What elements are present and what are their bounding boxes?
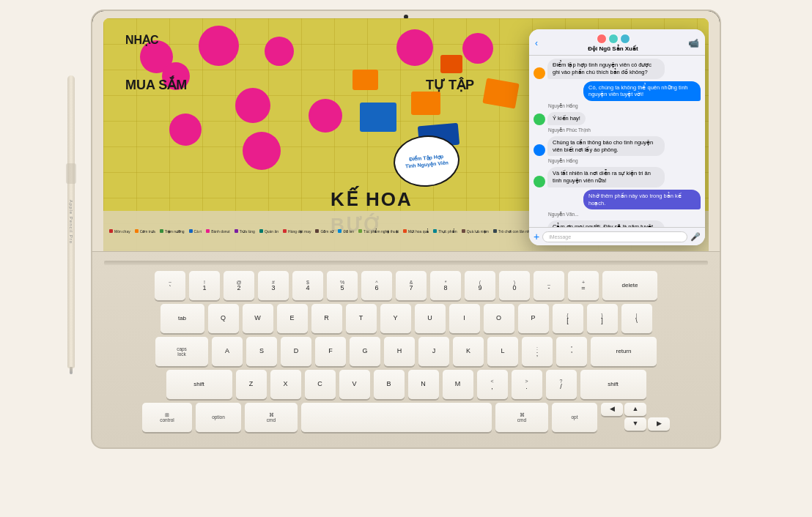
group-avatar-3: [620, 34, 630, 44]
key-f[interactable]: F: [315, 337, 346, 366]
msg-bubble-outgoing: Có, chúng ta không thể quên những tình n…: [583, 81, 701, 102]
imessage-input-field[interactable]: iMessage: [542, 231, 687, 242]
imessage-mic-button[interactable]: 🎤: [690, 232, 701, 242]
key-slash[interactable]: ?/: [546, 370, 577, 399]
map-blob: [265, 37, 294, 66]
key-e[interactable]: E: [277, 304, 308, 333]
key-equals[interactable]: +=: [568, 271, 599, 300]
pencil-tip: [70, 367, 73, 374]
key-6[interactable]: ^6: [361, 271, 392, 300]
key-o[interactable]: O: [484, 304, 514, 333]
key-9[interactable]: (9: [465, 271, 495, 300]
key-minus[interactable]: _-: [534, 271, 564, 300]
group-avatar-1: [597, 34, 607, 44]
msg-bubble-incoming: Ý kiến hay!: [547, 112, 586, 125]
key-backtick[interactable]: ~`: [155, 271, 185, 300]
imessage-plus-button[interactable]: +: [534, 231, 539, 242]
key-semicolon[interactable]: :;: [522, 337, 553, 366]
key-arrow-up[interactable]: ▲: [624, 403, 646, 416]
key-arrow-down[interactable]: ▼: [624, 417, 646, 431]
key-7[interactable]: &7: [396, 271, 427, 300]
key-cmd-left[interactable]: ⌘cmd: [245, 403, 298, 432]
key-cmd-right[interactable]: ⌘cmd: [495, 403, 548, 432]
key-backslash[interactable]: |\: [621, 304, 652, 333]
key-q[interactable]: Q: [208, 304, 239, 333]
key-tab[interactable]: tab: [160, 304, 204, 333]
key-m[interactable]: M: [443, 370, 473, 399]
key-row-bottom: ⊞control option ⌘cmd ⌘cmd opt ◀ ▲ ▼ ▶: [104, 403, 708, 432]
key-bracket-close[interactable]: }]: [587, 304, 618, 333]
key-l[interactable]: L: [487, 337, 518, 366]
key-c[interactable]: C: [305, 370, 336, 399]
key-b[interactable]: B: [374, 370, 405, 399]
key-5[interactable]: %5: [327, 271, 358, 300]
msg-avatar: [534, 144, 545, 156]
key-row-asdf: capslock A S D F G H J K L :; "' return: [104, 337, 708, 366]
key-u[interactable]: U: [415, 304, 446, 333]
ipad-screen-content[interactable]: NHẠC MUA SẮM TỰ TẬP NHÀ Điểm Tập HợpTình…: [103, 18, 709, 251]
key-row-numbers: ~` !1 @2 #3 $4 %5 ^6 &7 *8 (9 )0 _- += d…: [104, 271, 708, 300]
key-opt-right[interactable]: opt: [552, 403, 597, 432]
map-rect: [482, 78, 519, 108]
key-8[interactable]: *8: [430, 271, 461, 300]
key-k[interactable]: K: [453, 337, 484, 366]
key-v[interactable]: V: [339, 370, 370, 399]
key-y[interactable]: Y: [380, 304, 411, 333]
key-shift-left[interactable]: shift: [166, 370, 232, 399]
device-container: Apple Pencil Pro: [40, 10, 772, 507]
key-arrow-left[interactable]: ◀: [601, 403, 623, 416]
video-call-icon[interactable]: 📹: [688, 38, 699, 48]
key-2[interactable]: @2: [224, 271, 254, 300]
key-s[interactable]: S: [246, 337, 277, 366]
key-a[interactable]: A: [212, 337, 243, 366]
mua-sam-label: MUA SẮM: [125, 77, 187, 93]
key-period[interactable]: >.: [512, 370, 542, 399]
key-w[interactable]: W: [243, 304, 273, 333]
key-delete[interactable]: delete: [602, 271, 657, 300]
key-control[interactable]: ⊞control: [142, 403, 192, 432]
key-space[interactable]: [301, 403, 492, 432]
key-shift-right[interactable]: shift: [580, 370, 646, 399]
msg-bubble-outgoing: Nhớ thêm phần này vào trong bản kế hoạch…: [583, 190, 701, 210]
key-option-left[interactable]: option: [196, 403, 241, 432]
key-g[interactable]: G: [350, 337, 380, 366]
key-return[interactable]: return: [591, 337, 657, 366]
msg-bubble-incoming: Và tất nhiên là nơi diễn ra sự kiện tri …: [547, 167, 665, 187]
key-d[interactable]: D: [281, 337, 311, 366]
pencil-button[interactable]: [66, 163, 76, 184]
imessage-avatars: [542, 34, 684, 44]
message-row: Chúng ta cần thông báo cho tình nguyện v…: [534, 136, 701, 157]
key-r[interactable]: R: [311, 304, 342, 333]
key-quote[interactable]: "': [556, 337, 587, 366]
key-x[interactable]: X: [270, 370, 301, 399]
msg-sender-label: Nguyễn Hồng: [548, 158, 701, 164]
imessage-back-button[interactable]: ‹: [535, 38, 538, 48]
key-caps-lock[interactable]: capslock: [155, 337, 208, 366]
key-h[interactable]: H: [384, 337, 415, 366]
imessage-overlay[interactable]: ‹ Đội Ngũ Sản Xuất 📹: [529, 29, 705, 245]
key-0[interactable]: )0: [499, 271, 530, 300]
key-p[interactable]: P: [518, 304, 549, 333]
key-comma[interactable]: <,: [477, 370, 508, 399]
message-row: Điểm tập hợp tình nguyện viên có được gh…: [534, 59, 701, 79]
imessage-header: ‹ Đội Ngũ Sản Xuất 📹: [529, 29, 705, 56]
message-row: Cảm ơn mọi người. Đây sẽ là năm tuyệt vờ…: [534, 220, 701, 227]
msg-bubble-incoming: Cảm ơn mọi người. Đây sẽ là năm tuyệt vờ…: [547, 220, 665, 227]
key-4[interactable]: $4: [292, 271, 323, 300]
msg-avatar: [534, 176, 545, 187]
key-t[interactable]: T: [346, 304, 377, 333]
key-z[interactable]: Z: [236, 370, 267, 399]
key-arrow-right[interactable]: ▶: [648, 417, 670, 431]
key-3[interactable]: #3: [258, 271, 289, 300]
key-j[interactable]: J: [418, 337, 449, 366]
key-i[interactable]: I: [449, 304, 480, 333]
ipad-screen: NHẠC MUA SẮM TỰ TẬP NHÀ Điểm Tập HợpTình…: [91, 10, 721, 251]
magic-keyboard: ~` !1 @2 #3 $4 %5 ^6 &7 *8 (9 )0 _- += d…: [91, 251, 721, 449]
key-bracket-open[interactable]: {[: [553, 304, 583, 333]
imessage-input-bar: + iMessage 🎤: [529, 227, 705, 245]
key-1[interactable]: !1: [189, 271, 220, 300]
keyboard-hinge: [104, 261, 708, 265]
map-zone: [360, 103, 396, 132]
key-n[interactable]: N: [408, 370, 439, 399]
message-row: Có, chúng ta không thể quên những tình n…: [534, 81, 701, 102]
